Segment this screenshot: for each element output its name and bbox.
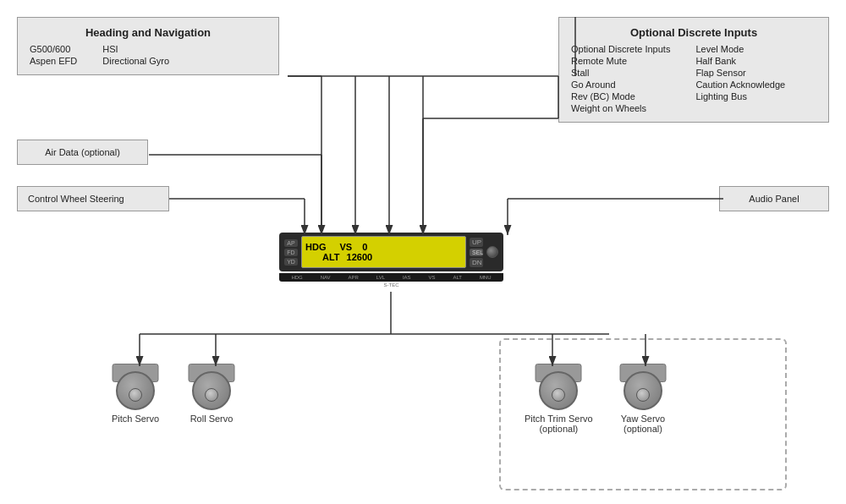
opt-item-5: Rev (BC) Mode [571,91,670,101]
opt-item-10: Caution Acknowledge [695,79,785,90]
autopilot-device: AP FD YD HDG VS 0 ALT 12600 UP SEL DN [279,233,503,288]
ap-left-buttons: AP FD YD [284,239,298,266]
yaw-servo-label: Yaw Servo (optional) [621,414,665,434]
heading-nav-item-gyro: Directional Gyro [102,56,169,66]
opt-item-11: Lighting Bus [695,91,785,101]
diagram-container: Heading and Navigation G500/600 Aspen EF… [0,0,846,504]
pitch-servo-label: Pitch Servo [112,414,159,424]
ap-btn-up: UP [470,238,483,247]
heading-nav-col1: G500/600 Aspen EFD [30,44,77,66]
pitch-trim-servo-knob [552,388,565,402]
cws-label: Control Wheel Steering [28,194,124,204]
ap-label-ias: IAS [403,275,411,280]
yaw-servo-knob [636,388,650,402]
pitch-servo-knob [129,388,142,402]
opt-item-9: Flap Sensor [695,68,785,78]
air-data-label: Air Data (optional) [45,147,120,157]
opt-item-8: Half Bank [695,56,785,66]
roll-servo-label: Roll Servo [190,414,233,424]
heading-nav-item-aspen: Aspen EFD [30,56,77,66]
ap-label-hdg: HDG [291,275,302,280]
ap-screen-row2: ALT 12600 [305,252,462,262]
audio-panel-box: Audio Panel [719,186,829,211]
roll-servo-knob [205,388,218,402]
ap-alt-val: 12600 [347,252,373,262]
ap-bottom-bar: HDG NAV APR LVL IAS VS ALT MNU [279,273,503,282]
opt-item-1: Optional Discrete Inputs [571,44,670,54]
yaw-servo-main [624,371,662,410]
ap-screen: HDG VS 0 ALT 12600 [301,236,466,268]
ap-alt-label: ALT [322,252,340,262]
opt-item-6: Weight on Wheels [571,103,670,113]
heading-nav-title: Heading and Navigation [30,26,266,39]
ap-btn-ap: AP [284,239,298,247]
ap-knob-dial [486,246,498,258]
opt-item-3: Stall [571,68,670,78]
yaw-servo: Yaw Servo (optional) [618,364,668,434]
ap-knob [486,246,498,258]
cws-box: Control Wheel Steering [17,186,169,211]
ap-unit: AP FD YD HDG VS 0 ALT 12600 UP SEL DN [279,233,503,271]
ap-label-alt: ALT [453,275,462,280]
heading-nav-col2: HSI Directional Gyro [102,44,169,66]
pitch-servo-body [110,364,161,410]
pitch-servo-main [116,371,155,410]
ap-btn-dn: DN [470,258,483,267]
audio-panel-label: Audio Panel [749,194,799,204]
ap-mode1: HDG [305,242,326,252]
optional-discrete-content: Optional Discrete Inputs Remote Mute Sta… [571,44,816,113]
ap-btn-fd: FD [284,249,298,256]
ap-label-lvl: LVL [376,275,385,280]
ap-btn-sel: SEL [470,249,483,256]
ap-label-apr: APR [349,275,359,280]
ap-right-buttons: UP SEL DN [470,238,483,267]
pitch-trim-servo: Pitch Trim Servo (optional) [525,364,593,434]
roll-servo: Roll Servo [186,364,237,424]
ap-label-nav: NAV [321,275,331,280]
optional-col1: Optional Discrete Inputs Remote Mute Sta… [571,44,670,113]
ap-label-mnu: MNU [480,275,492,280]
ap-screen-row1: HDG VS 0 [305,242,462,252]
roll-servo-body [186,364,237,410]
ap-brand: S-TEC [279,282,503,288]
ap-label-vs: VS [428,275,435,280]
pitch-trim-servo-body [533,364,584,410]
yaw-servo-body [618,364,668,410]
pitch-servo: Pitch Servo [110,364,161,424]
heading-nav-content: G500/600 Aspen EFD HSI Directional Gyro [30,44,266,66]
heading-nav-item-g500: G500/600 [30,44,77,54]
ap-btn-yd: YD [284,258,298,266]
heading-nav-item-hsi: HSI [102,44,169,54]
optional-col2: Level Mode Half Bank Flap Sensor Caution… [695,44,785,113]
opt-item-7: Level Mode [695,44,785,54]
ap-vs-val: 0 [362,242,367,252]
optional-discrete-box: Optional Discrete Inputs Optional Discre… [558,17,829,123]
pitch-trim-servo-label: Pitch Trim Servo (optional) [525,414,593,434]
pitch-trim-servo-main [539,371,578,410]
optional-discrete-title: Optional Discrete Inputs [571,26,816,39]
opt-item-4: Go Around [571,79,670,90]
opt-item-2: Remote Mute [571,56,670,66]
ap-vs-label: VS [339,242,352,252]
roll-servo-main [192,371,231,410]
air-data-box: Air Data (optional) [17,140,148,165]
heading-nav-box: Heading and Navigation G500/600 Aspen EF… [17,17,279,75]
